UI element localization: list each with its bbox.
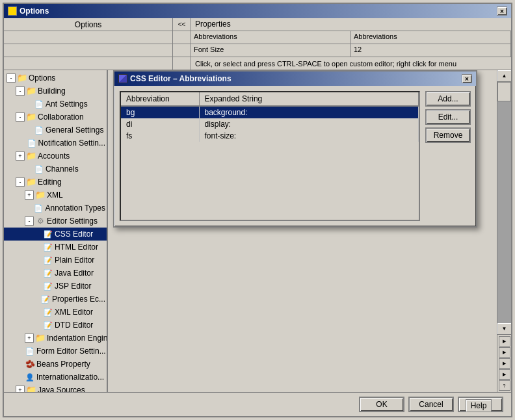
tree-panel: - 📁 Options - 📁 Building 📄 Ant Settings [4, 70, 108, 392]
help-bottom-button[interactable]: Help [466, 399, 492, 412]
abbrev-arrow-spacer [173, 31, 191, 44]
abbrev-header-row: Abbreviations Abbreviations [4, 31, 511, 44]
font-size-value: 12 [351, 44, 511, 57]
scroll-thumb[interactable] [497, 82, 511, 101]
tree-item-java-sources[interactable]: + 📁 Java Sources [4, 384, 107, 392]
table-row[interactable]: fsfont-size: [121, 130, 419, 142]
page-icon-css: 📝 [43, 229, 53, 239]
page-icon-java: 📝 [43, 268, 53, 278]
tree-item-notification[interactable]: 📄 Notification Settin... [4, 137, 107, 150]
tree-item-beans-property[interactable]: 🫘 Beans Property [4, 358, 107, 371]
tree-label-html: HTML Editor [55, 241, 98, 253]
tree-label-beans: Beans Property [36, 358, 90, 370]
tree-label-options: Options [29, 72, 55, 84]
tree-item-accounts[interactable]: + 📁 Accounts [4, 150, 107, 163]
tree-item-plain-editor[interactable]: 📝 Plain Editor [4, 254, 107, 267]
scroll-extra-btns: ▶ ▶ ▶ ▶ ? [497, 335, 511, 392]
tree-item-form-editor-setting[interactable]: 📄 Form Editor Settin... [4, 345, 107, 358]
font-size-label: Font Size [191, 44, 351, 57]
cell-abbreviation: bg [121, 106, 199, 118]
icon-intl: 👤 [25, 372, 35, 382]
tree-item-xml-editor[interactable]: 📝 XML Editor [4, 306, 107, 319]
tree-item-general-settings[interactable]: 📄 General Settings [4, 124, 107, 137]
cancel-button[interactable]: Cancel [408, 397, 454, 412]
abbrev-right: Abbreviations Abbreviations [191, 31, 511, 44]
folder-icon-indent: 📁 [35, 333, 46, 343]
tree-item-html-editor[interactable]: 📝 HTML Editor [4, 241, 107, 254]
add-button[interactable]: Add... [425, 91, 471, 107]
scroll-right-btn2[interactable]: ▶ [499, 347, 510, 358]
expand-xml[interactable]: + [25, 190, 34, 200]
expand-editing[interactable]: - [16, 177, 25, 187]
scroll-down-btn[interactable]: ▼ [497, 323, 511, 335]
options-header-label: Options [4, 18, 173, 31]
tree-item-indentation-engine[interactable]: + 📁 Indentation Engin... [4, 332, 107, 345]
expand-java-src[interactable]: + [16, 386, 25, 392]
main-window: Options × Options << Properties Abbrevia… [3, 3, 512, 417]
modal-title-bar: CSS Editor – Abbreviations × [114, 72, 476, 86]
arrow-button[interactable]: << [173, 18, 191, 31]
col-header-abbreviation: Abbreviation [121, 92, 199, 106]
expand-building[interactable]: - [16, 86, 25, 96]
css-editor-dialog: CSS Editor – Abbreviations × [113, 70, 477, 228]
tree-label-editing: Editing [38, 176, 62, 188]
tree-item-jsp-editor[interactable]: 📝 JSP Editor [4, 280, 107, 293]
folder-icon-collab: 📁 [26, 112, 36, 122]
scroll-right-btn3[interactable]: ▶ [499, 358, 510, 369]
font-size-arrow [173, 44, 191, 57]
tree-label-at: Annotation Types [45, 202, 105, 214]
tree-item-xml[interactable]: + 📁 XML [4, 189, 107, 202]
window-close-button[interactable]: × [497, 7, 507, 16]
expand-indent[interactable]: + [25, 334, 34, 343]
tree-item-channels[interactable]: 📄 Channels [4, 163, 107, 176]
tree-item-annotation-types[interactable]: 📄 Annotation Types [4, 202, 107, 215]
scroll-right-btn4[interactable]: ▶ [499, 369, 510, 380]
modal-app-icon [118, 74, 127, 83]
status-message: Click, or select and press CTRL-SPACE to… [191, 57, 511, 70]
tree-item-java-editor[interactable]: 📝 Java Editor [4, 267, 107, 280]
tree-item-properties-ec[interactable]: 📝 Properties Ec... [4, 293, 107, 306]
tree-item-css-editor[interactable]: 📝 CSS Editor [4, 228, 107, 241]
tree-label-es: Editor Settings [47, 215, 98, 227]
tree-item-ant-settings[interactable]: 📄 Ant Settings [4, 98, 107, 111]
tree-item-options-root[interactable]: - 📁 Options [4, 72, 107, 85]
scroll-up-btn[interactable]: ▲ [497, 70, 511, 82]
tree-label-indent: Indentation Engin... [47, 332, 108, 344]
tree-item-collaboration[interactable]: - 📁 Collaboration [4, 111, 107, 124]
icon-beans: 🫘 [25, 359, 35, 369]
edit-button[interactable]: Edit... [425, 109, 471, 125]
tree-label-notif: Notification Settin... [38, 137, 105, 149]
modal-title-left: CSS Editor – Abbreviations [118, 74, 231, 83]
tree-item-editor-settings[interactable]: - ⚙ Editor Settings [4, 215, 107, 228]
tree-item-editing[interactable]: - 📁 Editing [4, 176, 107, 189]
right-area: CSS Editor – Abbreviations × [108, 70, 511, 392]
expand-es[interactable]: - [25, 217, 34, 226]
table-row[interactable]: didisplay: [121, 118, 419, 130]
modal-body: Abbreviation Expanded String bgbackgroun… [114, 86, 476, 226]
tree-item-internationalization[interactable]: 👤 Internationalizatio... [4, 371, 107, 384]
bottom-bar: OK Cancel Help [4, 392, 511, 416]
help-icon-btn-side[interactable]: ? [499, 380, 510, 391]
main-content: Options << Properties Abbreviations Abbr… [4, 18, 511, 416]
expand-collab[interactable]: - [16, 112, 25, 122]
tree-item-building[interactable]: - 📁 Building [4, 85, 107, 98]
title-bar: Options × [4, 4, 511, 18]
abbrev-col1: Abbreviations [191, 31, 351, 44]
expand-accounts[interactable]: + [16, 151, 25, 161]
properties-label: Properties [191, 18, 511, 30]
cell-expanded-string: display: [199, 118, 419, 130]
page-icon-plain: 📝 [43, 255, 53, 265]
top-bar: Options << Properties [4, 18, 511, 31]
tree-item-dtd-editor[interactable]: 📝 DTD Editor [4, 319, 107, 332]
abbrev-col2: Abbreviations [351, 31, 511, 44]
ok-button[interactable]: OK [359, 397, 404, 412]
scroll-right-btn1[interactable]: ▶ [499, 336, 510, 347]
properties-area: Properties [191, 18, 511, 31]
table-row[interactable]: bgbackground: [121, 106, 419, 118]
modal-close-button[interactable]: × [462, 74, 472, 83]
status-bar: Click, or select and press CTRL-SPACE to… [4, 57, 511, 70]
remove-button[interactable]: Remove [425, 127, 471, 143]
expand-options[interactable]: - [7, 73, 16, 83]
tree-label-java: Java Editor [55, 267, 94, 279]
far-right-scrollbar: ▲ ▼ ▶ ▶ ▶ ▶ ? [497, 70, 511, 392]
